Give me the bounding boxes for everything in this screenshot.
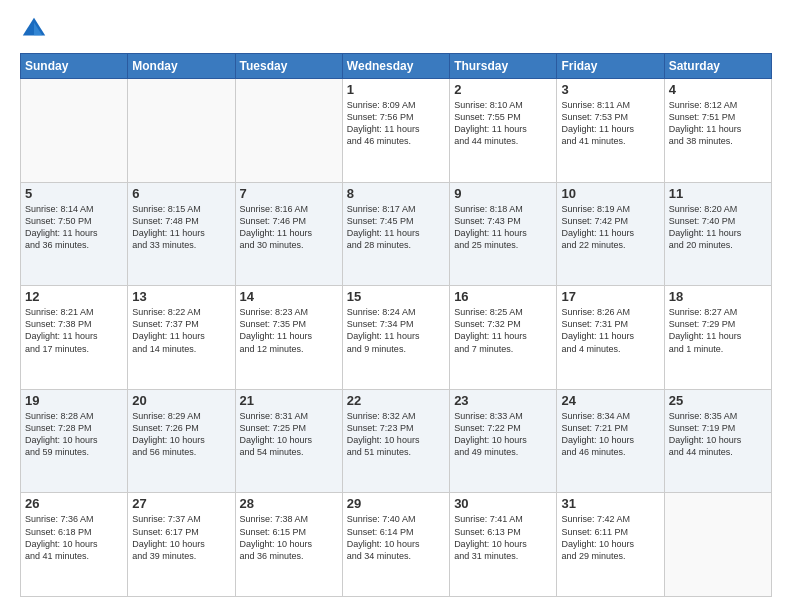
week-row-2: 5Sunrise: 8:14 AM Sunset: 7:50 PM Daylig… xyxy=(21,182,772,286)
day-info: Sunrise: 7:42 AM Sunset: 6:11 PM Dayligh… xyxy=(561,513,659,562)
logo xyxy=(20,15,52,43)
day-number: 31 xyxy=(561,496,659,511)
day-number: 14 xyxy=(240,289,338,304)
calendar-cell: 3Sunrise: 8:11 AM Sunset: 7:53 PM Daylig… xyxy=(557,79,664,183)
day-info: Sunrise: 8:19 AM Sunset: 7:42 PM Dayligh… xyxy=(561,203,659,252)
day-info: Sunrise: 8:16 AM Sunset: 7:46 PM Dayligh… xyxy=(240,203,338,252)
day-number: 19 xyxy=(25,393,123,408)
day-number: 8 xyxy=(347,186,445,201)
day-info: Sunrise: 7:37 AM Sunset: 6:17 PM Dayligh… xyxy=(132,513,230,562)
day-number: 23 xyxy=(454,393,552,408)
day-info: Sunrise: 8:25 AM Sunset: 7:32 PM Dayligh… xyxy=(454,306,552,355)
calendar-cell: 22Sunrise: 8:32 AM Sunset: 7:23 PM Dayli… xyxy=(342,389,449,493)
calendar-cell: 10Sunrise: 8:19 AM Sunset: 7:42 PM Dayli… xyxy=(557,182,664,286)
day-number: 21 xyxy=(240,393,338,408)
day-info: Sunrise: 7:36 AM Sunset: 6:18 PM Dayligh… xyxy=(25,513,123,562)
weekday-header-friday: Friday xyxy=(557,54,664,79)
day-info: Sunrise: 8:32 AM Sunset: 7:23 PM Dayligh… xyxy=(347,410,445,459)
calendar-cell: 5Sunrise: 8:14 AM Sunset: 7:50 PM Daylig… xyxy=(21,182,128,286)
day-number: 11 xyxy=(669,186,767,201)
calendar-cell: 19Sunrise: 8:28 AM Sunset: 7:28 PM Dayli… xyxy=(21,389,128,493)
calendar-cell: 18Sunrise: 8:27 AM Sunset: 7:29 PM Dayli… xyxy=(664,286,771,390)
weekday-header-saturday: Saturday xyxy=(664,54,771,79)
day-number: 22 xyxy=(347,393,445,408)
weekday-header-tuesday: Tuesday xyxy=(235,54,342,79)
calendar-cell: 30Sunrise: 7:41 AM Sunset: 6:13 PM Dayli… xyxy=(450,493,557,597)
calendar-cell: 24Sunrise: 8:34 AM Sunset: 7:21 PM Dayli… xyxy=(557,389,664,493)
day-number: 9 xyxy=(454,186,552,201)
day-number: 25 xyxy=(669,393,767,408)
weekday-header-sunday: Sunday xyxy=(21,54,128,79)
weekday-header-row: SundayMondayTuesdayWednesdayThursdayFrid… xyxy=(21,54,772,79)
day-number: 2 xyxy=(454,82,552,97)
calendar-cell: 1Sunrise: 8:09 AM Sunset: 7:56 PM Daylig… xyxy=(342,79,449,183)
calendar-cell: 4Sunrise: 8:12 AM Sunset: 7:51 PM Daylig… xyxy=(664,79,771,183)
calendar-cell: 26Sunrise: 7:36 AM Sunset: 6:18 PM Dayli… xyxy=(21,493,128,597)
day-number: 16 xyxy=(454,289,552,304)
day-info: Sunrise: 8:20 AM Sunset: 7:40 PM Dayligh… xyxy=(669,203,767,252)
day-number: 1 xyxy=(347,82,445,97)
calendar-cell: 25Sunrise: 8:35 AM Sunset: 7:19 PM Dayli… xyxy=(664,389,771,493)
day-info: Sunrise: 8:18 AM Sunset: 7:43 PM Dayligh… xyxy=(454,203,552,252)
day-number: 4 xyxy=(669,82,767,97)
weekday-header-wednesday: Wednesday xyxy=(342,54,449,79)
day-info: Sunrise: 8:11 AM Sunset: 7:53 PM Dayligh… xyxy=(561,99,659,148)
page: SundayMondayTuesdayWednesdayThursdayFrid… xyxy=(0,0,792,612)
calendar-cell: 27Sunrise: 7:37 AM Sunset: 6:17 PM Dayli… xyxy=(128,493,235,597)
day-info: Sunrise: 8:14 AM Sunset: 7:50 PM Dayligh… xyxy=(25,203,123,252)
calendar-cell: 13Sunrise: 8:22 AM Sunset: 7:37 PM Dayli… xyxy=(128,286,235,390)
week-row-1: 1Sunrise: 8:09 AM Sunset: 7:56 PM Daylig… xyxy=(21,79,772,183)
day-info: Sunrise: 7:38 AM Sunset: 6:15 PM Dayligh… xyxy=(240,513,338,562)
calendar-cell: 23Sunrise: 8:33 AM Sunset: 7:22 PM Dayli… xyxy=(450,389,557,493)
calendar-cell: 28Sunrise: 7:38 AM Sunset: 6:15 PM Dayli… xyxy=(235,493,342,597)
calendar-cell: 7Sunrise: 8:16 AM Sunset: 7:46 PM Daylig… xyxy=(235,182,342,286)
day-number: 24 xyxy=(561,393,659,408)
calendar-cell: 2Sunrise: 8:10 AM Sunset: 7:55 PM Daylig… xyxy=(450,79,557,183)
day-number: 5 xyxy=(25,186,123,201)
day-info: Sunrise: 8:26 AM Sunset: 7:31 PM Dayligh… xyxy=(561,306,659,355)
day-info: Sunrise: 8:12 AM Sunset: 7:51 PM Dayligh… xyxy=(669,99,767,148)
day-info: Sunrise: 8:10 AM Sunset: 7:55 PM Dayligh… xyxy=(454,99,552,148)
day-number: 17 xyxy=(561,289,659,304)
day-info: Sunrise: 8:35 AM Sunset: 7:19 PM Dayligh… xyxy=(669,410,767,459)
week-row-3: 12Sunrise: 8:21 AM Sunset: 7:38 PM Dayli… xyxy=(21,286,772,390)
day-number: 6 xyxy=(132,186,230,201)
logo-icon xyxy=(20,15,48,43)
calendar-cell: 9Sunrise: 8:18 AM Sunset: 7:43 PM Daylig… xyxy=(450,182,557,286)
calendar-cell xyxy=(21,79,128,183)
calendar-cell: 11Sunrise: 8:20 AM Sunset: 7:40 PM Dayli… xyxy=(664,182,771,286)
day-number: 29 xyxy=(347,496,445,511)
day-info: Sunrise: 8:21 AM Sunset: 7:38 PM Dayligh… xyxy=(25,306,123,355)
calendar-cell: 12Sunrise: 8:21 AM Sunset: 7:38 PM Dayli… xyxy=(21,286,128,390)
day-info: Sunrise: 8:34 AM Sunset: 7:21 PM Dayligh… xyxy=(561,410,659,459)
calendar-cell: 29Sunrise: 7:40 AM Sunset: 6:14 PM Dayli… xyxy=(342,493,449,597)
day-number: 28 xyxy=(240,496,338,511)
calendar-cell: 6Sunrise: 8:15 AM Sunset: 7:48 PM Daylig… xyxy=(128,182,235,286)
calendar-cell xyxy=(235,79,342,183)
day-number: 10 xyxy=(561,186,659,201)
day-info: Sunrise: 8:27 AM Sunset: 7:29 PM Dayligh… xyxy=(669,306,767,355)
day-info: Sunrise: 8:17 AM Sunset: 7:45 PM Dayligh… xyxy=(347,203,445,252)
day-info: Sunrise: 8:29 AM Sunset: 7:26 PM Dayligh… xyxy=(132,410,230,459)
day-info: Sunrise: 8:33 AM Sunset: 7:22 PM Dayligh… xyxy=(454,410,552,459)
day-number: 20 xyxy=(132,393,230,408)
calendar-table: SundayMondayTuesdayWednesdayThursdayFrid… xyxy=(20,53,772,597)
day-info: Sunrise: 8:24 AM Sunset: 7:34 PM Dayligh… xyxy=(347,306,445,355)
calendar-cell: 14Sunrise: 8:23 AM Sunset: 7:35 PM Dayli… xyxy=(235,286,342,390)
weekday-header-monday: Monday xyxy=(128,54,235,79)
day-info: Sunrise: 8:22 AM Sunset: 7:37 PM Dayligh… xyxy=(132,306,230,355)
day-number: 13 xyxy=(132,289,230,304)
calendar-cell xyxy=(664,493,771,597)
day-number: 18 xyxy=(669,289,767,304)
calendar-cell: 15Sunrise: 8:24 AM Sunset: 7:34 PM Dayli… xyxy=(342,286,449,390)
day-number: 7 xyxy=(240,186,338,201)
day-number: 15 xyxy=(347,289,445,304)
calendar-cell: 17Sunrise: 8:26 AM Sunset: 7:31 PM Dayli… xyxy=(557,286,664,390)
day-info: Sunrise: 7:40 AM Sunset: 6:14 PM Dayligh… xyxy=(347,513,445,562)
calendar-cell: 8Sunrise: 8:17 AM Sunset: 7:45 PM Daylig… xyxy=(342,182,449,286)
day-number: 27 xyxy=(132,496,230,511)
header xyxy=(20,15,772,43)
week-row-5: 26Sunrise: 7:36 AM Sunset: 6:18 PM Dayli… xyxy=(21,493,772,597)
day-number: 12 xyxy=(25,289,123,304)
day-info: Sunrise: 8:23 AM Sunset: 7:35 PM Dayligh… xyxy=(240,306,338,355)
